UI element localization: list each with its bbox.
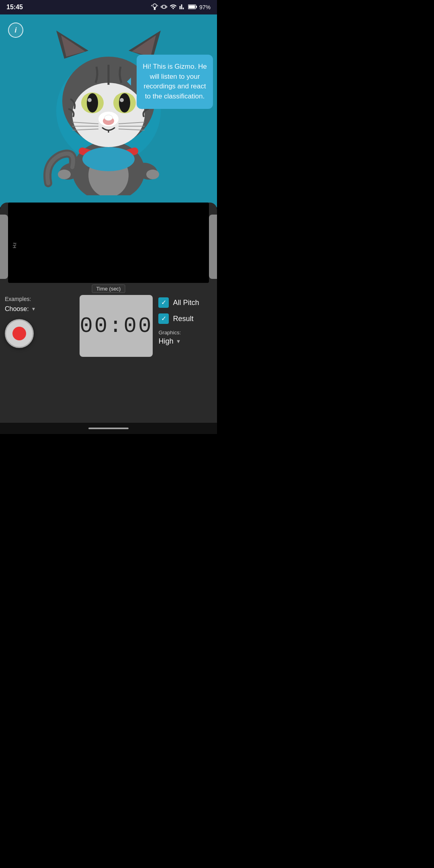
hz-label: Hz — [12, 242, 17, 248]
choose-dropdown[interactable]: Choose: ▼ — [5, 305, 73, 313]
home-indicator[interactable] — [88, 428, 129, 429]
status-time: 15:45 — [6, 4, 23, 11]
svg-point-6 — [82, 147, 135, 171]
cat-scene: i — [0, 14, 217, 207]
app-container: i — [0, 14, 217, 434]
time-label: Time (sec) — [92, 285, 125, 293]
svg-point-10 — [146, 170, 159, 179]
graphics-value: High — [158, 337, 173, 346]
checkmark-icon: ✓ — [161, 299, 166, 306]
recorder-panel: Hz Time (sec) Examples: Choose: ▼ — [0, 203, 217, 434]
result-row[interactable]: ✓ Result — [158, 313, 213, 324]
info-icon: i — [14, 26, 16, 35]
vibrate-icon — [161, 3, 167, 12]
battery-icon — [188, 4, 197, 11]
alarm-icon — [151, 3, 158, 12]
svg-point-18 — [87, 93, 98, 113]
status-bar: 15:45 — [0, 0, 217, 14]
svg-point-19 — [88, 98, 92, 102]
status-icons: 97% — [151, 3, 211, 12]
wifi-icon — [170, 3, 177, 12]
choose-arrow-icon: ▼ — [31, 306, 36, 312]
all-pitch-checkbox[interactable]: ✓ — [158, 297, 169, 308]
right-bumper — [209, 215, 217, 279]
info-button[interactable]: i — [8, 23, 23, 38]
oscilloscope-display: Hz — [8, 203, 209, 283]
all-pitch-label: All Pitch — [173, 299, 199, 307]
record-button-container — [5, 319, 73, 348]
svg-point-8 — [58, 170, 71, 179]
record-button[interactable] — [5, 319, 34, 348]
speech-bubble: Hi! This is Gizmo. He will listen to you… — [137, 55, 213, 109]
left-controls: Examples: Choose: ▼ — [0, 292, 78, 360]
timer-display: 00:00 — [80, 295, 153, 357]
speech-bubble-text: Hi! This is Gizmo. He will listen to you… — [143, 63, 207, 100]
record-dot-icon — [12, 327, 26, 340]
checkmark-icon-2: ✓ — [161, 315, 166, 322]
svg-point-21 — [119, 93, 130, 113]
graphics-label: Graphics: — [158, 330, 213, 336]
svg-rect-1 — [196, 6, 197, 8]
cat-illustration — [40, 23, 177, 195]
graphics-section: Graphics: High ▼ — [158, 330, 213, 346]
nav-bar — [0, 423, 217, 434]
timer-text: 00:00 — [80, 314, 153, 338]
result-checkbox[interactable]: ✓ — [158, 313, 169, 324]
svg-point-22 — [120, 98, 124, 102]
controls-row: Examples: Choose: ▼ 00:00 — [0, 292, 217, 360]
result-label: Result — [173, 315, 193, 323]
all-pitch-row[interactable]: ✓ All Pitch — [158, 297, 213, 308]
right-controls: ✓ All Pitch ✓ Result Graphics: High — [154, 292, 217, 360]
examples-label: Examples: — [5, 296, 73, 302]
left-bumper — [0, 215, 8, 279]
graphics-arrow-icon: ▼ — [176, 338, 181, 344]
battery-percentage: 97% — [199, 4, 211, 10]
svg-point-25 — [104, 115, 113, 121]
graphics-dropdown[interactable]: High ▼ — [158, 337, 213, 346]
svg-rect-2 — [188, 5, 195, 8]
signal-icon — [179, 3, 186, 12]
choose-label: Choose: — [5, 305, 29, 313]
